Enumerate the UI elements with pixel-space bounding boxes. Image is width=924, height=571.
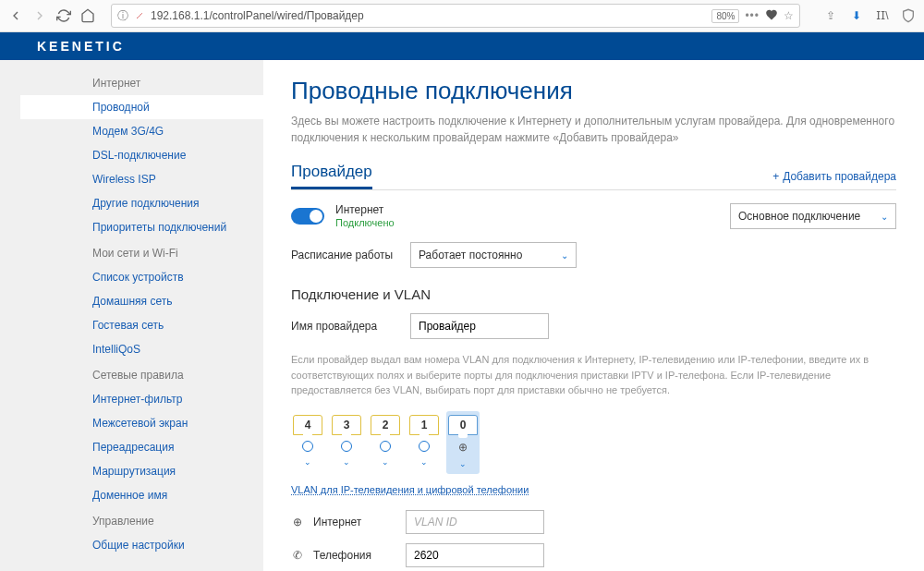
pocket-icon[interactable] [765, 8, 778, 24]
section-vlan-title: Подключение и VLAN [291, 286, 896, 302]
add-provider-button[interactable]: + Добавить провайдера [772, 170, 896, 183]
port-box: 0 [448, 415, 478, 435]
vlan-input-phone[interactable] [406, 543, 544, 567]
port-2[interactable]: 2 ⌄ [369, 411, 402, 474]
back-icon[interactable] [7, 7, 24, 24]
tab-provider[interactable]: Провайдер [291, 163, 372, 189]
app-header: KEENETIC [0, 32, 924, 60]
url-bar[interactable]: ⓘ ⟋ 80% ••• ☆ [111, 4, 800, 28]
port-box: 4 [293, 415, 322, 435]
share-icon[interactable]: ⇪ [822, 7, 839, 24]
sidebar-item[interactable]: Список устройств [20, 265, 263, 289]
provider-name-label: Имя провайдера [291, 320, 397, 333]
info-icon[interactable]: ⓘ [117, 8, 128, 24]
chevron-down-icon: ⌄ [382, 457, 389, 467]
browser-toolbar: ⓘ ⟋ 80% ••• ☆ ⇪ ⬇ 𝖨𝖨\ [0, 0, 924, 32]
page-subtitle: Здесь вы можете настроить подключение к … [291, 113, 896, 146]
vlan-label: Интернет [313, 516, 396, 528]
sidebar-item[interactable]: Другие подключения [20, 191, 263, 215]
port-radio[interactable] [302, 441, 313, 452]
port-radio[interactable] [380, 441, 391, 452]
reload-icon[interactable] [55, 7, 72, 24]
sidebar-item[interactable]: Межсетевой экран [20, 411, 263, 435]
globe-icon: ⊕ [291, 516, 304, 528]
port-box: 3 [332, 415, 361, 435]
globe-icon: ⊕ [458, 441, 468, 454]
vlan-link[interactable]: VLAN для IP-телевидения и цифровой телеф… [291, 484, 529, 495]
sidebar-group-title: Мои сети и Wi-Fi [20, 239, 263, 265]
forward-icon[interactable] [31, 7, 48, 24]
port-box: 1 [409, 415, 439, 435]
more-icon[interactable]: ••• [745, 9, 760, 22]
sidebar-item[interactable]: Wireless ISP [20, 167, 263, 191]
provider-name-input[interactable] [410, 313, 549, 339]
zoom-badge[interactable]: 80% [711, 9, 739, 23]
page-title: Проводные подключения [291, 77, 896, 105]
sidebar-group-title: Сетевые правила [20, 361, 263, 387]
phone-icon: ✆ [291, 549, 304, 562]
port-3[interactable]: 3 ⌄ [330, 411, 363, 474]
library-icon[interactable]: 𝖨𝖨\ [874, 7, 891, 24]
port-1[interactable]: 1 ⌄ [407, 411, 441, 474]
star-icon[interactable]: ☆ [784, 9, 794, 22]
internet-status: Интернет Подключено [335, 203, 395, 229]
sidebar-item[interactable]: Переадресация [20, 435, 263, 459]
chevron-down-icon: ⌄ [459, 459, 467, 468]
chevron-down-icon: ⌄ [881, 212, 888, 222]
vlan-hint: Если провайдер выдал вам номера VLAN для… [291, 352, 896, 398]
shield-icon[interactable] [900, 7, 917, 24]
chevron-down-icon: ⌄ [420, 457, 428, 467]
sidebar-item[interactable]: Домашняя сеть [20, 289, 263, 313]
sidebar: ИнтернетПроводнойМодем 3G/4GDSL-подключе… [0, 60, 263, 571]
vlan-row: ✆ Телефония [291, 543, 896, 567]
connection-type-select[interactable]: Основное подключение ⌄ [730, 203, 896, 229]
sidebar-item[interactable]: Доменное имя [20, 483, 263, 507]
sidebar-item[interactable]: Маршрутизация [20, 459, 263, 483]
sidebar-item[interactable]: Модем 3G/4G [20, 119, 263, 143]
chevron-down-icon: ⌄ [343, 457, 350, 467]
schedule-label: Расписание работы [291, 249, 397, 261]
port-0[interactable]: 0 ⊕ ⌄ [446, 411, 480, 474]
vlan-label: Телефония [313, 549, 396, 562]
chevron-down-icon: ⌄ [304, 457, 311, 467]
port-box: 2 [371, 415, 400, 435]
port-radio[interactable] [419, 441, 430, 452]
download-icon[interactable]: ⬇ [848, 7, 865, 24]
port-radio[interactable] [341, 441, 352, 452]
vlan-row: ⊕ Интернет [291, 510, 896, 534]
sidebar-item[interactable]: Общие настройки [20, 533, 263, 557]
sidebar-item[interactable]: DSL-подключение [20, 143, 263, 167]
logo: KEENETIC [37, 39, 125, 54]
ports-row: 4 ⌄3 ⌄2 ⌄1 ⌄0 ⊕ ⌄ [291, 411, 896, 474]
home-icon[interactable] [79, 7, 96, 24]
sidebar-item[interactable]: Гостевая сеть [20, 313, 263, 337]
sidebar-group-title: Управление [20, 507, 263, 533]
sidebar-item[interactable]: Приоритеты подключений [20, 215, 263, 239]
schedule-select[interactable]: Работает постоянно ⌄ [410, 242, 577, 268]
vlan-input-globe[interactable] [406, 510, 544, 534]
main-content: Проводные подключения Здесь вы можете на… [263, 60, 924, 571]
sidebar-item[interactable]: IntelliQoS [20, 337, 263, 361]
plus-icon: + [772, 170, 779, 183]
internet-toggle[interactable] [291, 208, 324, 225]
security-icon: ⟋ [134, 9, 145, 22]
sidebar-group-title: Интернет [20, 69, 263, 95]
url-input[interactable] [151, 9, 706, 22]
sidebar-item[interactable]: Интернет-фильтр [20, 387, 263, 411]
chevron-down-icon: ⌄ [561, 250, 568, 261]
sidebar-item[interactable]: Проводной [20, 95, 263, 119]
port-4[interactable]: 4 ⌄ [291, 411, 324, 474]
